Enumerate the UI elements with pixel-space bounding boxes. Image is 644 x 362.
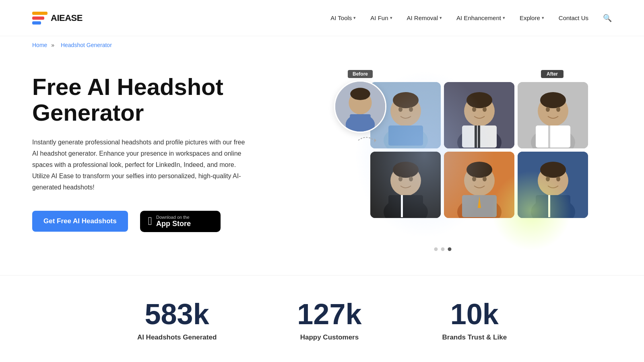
search-icon[interactable]: 🔍: [603, 14, 612, 23]
svg-point-12: [393, 92, 419, 108]
app-store-sub-label: Download on the: [156, 215, 191, 220]
svg-point-19: [466, 92, 492, 108]
before-section: Before: [334, 70, 386, 133]
stat-brands-number: 10k: [442, 300, 507, 329]
svg-point-52: [540, 162, 566, 178]
svg-rect-37: [388, 195, 423, 217]
svg-marker-8: [374, 138, 376, 142]
nav-ai-fun[interactable]: AI Fun ▾: [370, 14, 392, 21]
app-store-text: Download on the App Store: [156, 215, 191, 228]
stat-headshots: 583k AI Headshots Generated: [137, 300, 217, 341]
svg-rect-1: [32, 16, 44, 20]
photo-cell-3: [370, 152, 441, 218]
svg-point-15: [409, 107, 413, 112]
svg-rect-38: [401, 195, 403, 217]
nav-ai-removal[interactable]: AI Removal ▾: [407, 14, 442, 21]
hero-description: Instantly generate professional headshot…: [32, 137, 250, 193]
hero-image-area: Before: [322, 70, 564, 243]
breadcrumb-home[interactable]: Home: [32, 42, 47, 48]
chevron-icon: ▾: [440, 15, 442, 21]
svg-rect-2: [32, 21, 41, 25]
hero-left: Free AI Headshot Generator Instantly gen…: [32, 66, 250, 232]
photo-cell-1: [444, 82, 514, 148]
navbar: AIEASE AI Tools ▾ AI Fun ▾ AI Removal ▾ …: [0, 0, 644, 36]
logo-text: AIEASE: [51, 13, 83, 23]
svg-rect-53: [536, 195, 570, 217]
svg-rect-7: [350, 114, 371, 126]
svg-point-31: [546, 107, 550, 112]
nav-ai-tools[interactable]: AI Tools ▾: [330, 14, 356, 21]
stat-brands-label: Brands Trust & Like: [442, 333, 507, 341]
carousel-dots: [434, 247, 452, 251]
apple-icon: : [148, 215, 152, 228]
carousel-dot-3[interactable]: [448, 247, 452, 251]
logo[interactable]: AIEASE: [32, 12, 83, 25]
svg-point-44: [466, 162, 492, 178]
stat-headshots-number: 583k: [137, 300, 217, 329]
photo-cell-5: [518, 152, 588, 218]
stat-headshots-label: AI Headshots Generated: [137, 333, 217, 341]
arrow-connector: [354, 132, 378, 150]
svg-point-28: [540, 92, 566, 108]
chevron-icon: ▾: [503, 15, 505, 21]
carousel-dot-2[interactable]: [441, 247, 445, 251]
breadcrumb-separator: »: [51, 42, 54, 48]
photo-grid: [370, 82, 564, 218]
svg-point-55: [546, 177, 550, 181]
nav-ai-enhancement[interactable]: AI Enhancement ▾: [456, 14, 505, 21]
hero-title: Free AI Headshot Generator: [32, 74, 250, 125]
before-badge: Before: [348, 70, 373, 78]
svg-point-40: [409, 177, 413, 181]
svg-rect-30: [548, 125, 550, 148]
stats-section: 583k AI Headshots Generated 127k Happy C…: [0, 275, 644, 358]
photo-cell-4: [444, 152, 514, 218]
svg-point-6: [350, 88, 370, 100]
nav-explore[interactable]: Explore ▾: [520, 14, 544, 21]
chevron-icon: ▾: [542, 15, 544, 21]
stat-brands: 10k Brands Trust & Like: [442, 300, 507, 341]
svg-rect-29: [536, 125, 570, 148]
svg-point-47: [472, 177, 476, 181]
svg-rect-21: [475, 125, 477, 148]
cta-button[interactable]: Get Free AI Headshots: [32, 211, 128, 232]
before-avatar-image: [334, 80, 386, 133]
svg-rect-0: [32, 12, 47, 15]
breadcrumb: Home » Headshot Generator: [0, 36, 644, 54]
nav-links: AI Tools ▾ AI Fun ▾ AI Removal ▾ AI Enha…: [330, 14, 612, 23]
svg-point-56: [556, 177, 560, 181]
carousel-dot-1[interactable]: [434, 247, 438, 251]
svg-point-48: [483, 177, 487, 181]
svg-point-36: [393, 162, 419, 178]
stat-customers-number: 127k: [297, 300, 361, 329]
stat-customers-label: Happy Customers: [297, 333, 361, 341]
after-badge-wrap: After: [541, 70, 564, 77]
photo-cell-2: [518, 82, 588, 148]
svg-point-14: [398, 107, 402, 112]
stat-customers: 127k Happy Customers: [297, 300, 361, 341]
hero-section: Free AI Headshot Generator Instantly gen…: [0, 54, 644, 267]
hero-actions: Get Free AI Headshots  Download on the …: [32, 211, 250, 232]
logo-icon: [32, 12, 47, 25]
svg-rect-54: [548, 195, 550, 217]
breadcrumb-current: Headshot Generator: [61, 42, 112, 48]
nav-contact[interactable]: Contact Us: [559, 14, 588, 21]
chevron-icon: ▾: [390, 15, 392, 21]
app-store-main-label: App Store: [156, 220, 191, 228]
svg-point-39: [398, 177, 402, 181]
svg-point-23: [472, 107, 476, 112]
svg-rect-13: [388, 125, 423, 146]
svg-point-24: [483, 107, 487, 112]
hero-right: Before: [274, 66, 612, 243]
svg-point-32: [556, 107, 560, 112]
chevron-icon: ▾: [353, 15, 356, 21]
svg-rect-22: [478, 125, 480, 148]
app-store-button[interactable]:  Download on the App Store: [140, 211, 221, 232]
after-badge: After: [541, 70, 564, 78]
